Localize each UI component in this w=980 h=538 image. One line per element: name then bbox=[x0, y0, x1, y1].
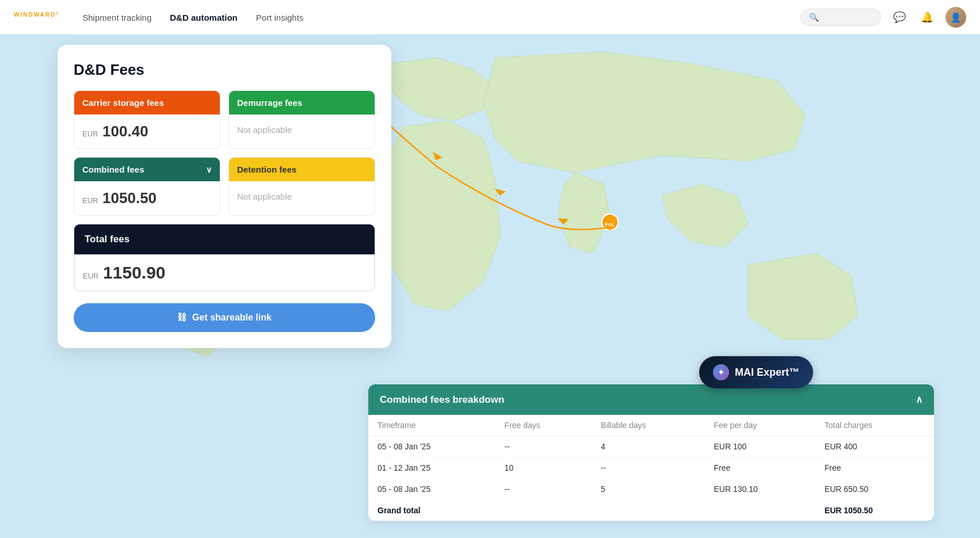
detention-item: Detention fees Not applicable bbox=[228, 157, 375, 216]
table-cell: 5 bbox=[592, 479, 704, 500]
nav-shipment-tracking[interactable]: Shipment tracking bbox=[82, 10, 151, 25]
breakdown-header: Combined fees breakdown ∧ bbox=[368, 384, 934, 415]
avatar[interactable]: 👤 bbox=[945, 7, 966, 28]
detention-value: Not applicable bbox=[229, 181, 375, 212]
search-bar[interactable]: 🔍 bbox=[800, 9, 881, 26]
table-cell: EUR 1050.50 bbox=[815, 500, 934, 521]
fees-grid: Carrier storage fees EUR 100.40 Demurrag… bbox=[74, 90, 375, 216]
table-cell: 05 - 08 Jan '25 bbox=[368, 436, 495, 457]
share-button[interactable]: ⛓ Get shareable link bbox=[74, 303, 375, 332]
svg-text:POL: POL bbox=[605, 222, 615, 227]
table-row: 05 - 08 Jan '25--5EUR 130.10EUR 650.50 bbox=[368, 479, 934, 500]
detention-label: Detention fees bbox=[229, 158, 375, 181]
carrier-storage-label: Carrier storage fees bbox=[74, 91, 220, 115]
navbar: WINDWARD° Shipment tracking D&D automati… bbox=[0, 0, 980, 35]
collapse-icon[interactable]: ∧ bbox=[916, 394, 922, 406]
total-wrapper: Total fees EUR 1150.90 bbox=[74, 224, 375, 292]
carrier-storage-value: EUR 100.40 bbox=[74, 115, 220, 148]
combined-item: Combined fees ∨ EUR 1050.50 bbox=[74, 157, 220, 216]
col-fee-per-day: Fee per day bbox=[704, 415, 815, 436]
table-cell bbox=[704, 500, 815, 521]
nav-right: 🔍 💬 🔔 👤 bbox=[800, 7, 966, 28]
bell-icon[interactable]: 🔔 bbox=[918, 8, 936, 26]
table-cell: EUR 100 bbox=[704, 436, 815, 457]
table-cell bbox=[592, 500, 704, 521]
nav-dd-automation[interactable]: D&D automation bbox=[170, 10, 238, 25]
breakdown-table: Timeframe Free days Billable days Fee pe… bbox=[368, 415, 934, 521]
search-icon: 🔍 bbox=[809, 13, 819, 22]
combined-value: EUR 1050.50 bbox=[74, 181, 220, 215]
table-cell: -- bbox=[495, 436, 592, 457]
table-cell: Free bbox=[704, 457, 815, 479]
table-row: Grand totalEUR 1050.50 bbox=[368, 500, 934, 521]
col-free-days: Free days bbox=[495, 415, 592, 436]
carrier-storage-item: Carrier storage fees EUR 100.40 bbox=[74, 90, 220, 149]
demurrage-label: Demurrage fees bbox=[229, 91, 375, 115]
table-cell: Free bbox=[815, 457, 934, 479]
mai-icon: ✦ bbox=[713, 364, 729, 380]
col-billable-days: Billable days bbox=[592, 415, 704, 436]
demurrage-value: Not applicable bbox=[229, 115, 375, 145]
mai-expert-button[interactable]: ✦ MAI Expert™ bbox=[699, 356, 813, 388]
breakdown-card: Combined fees breakdown ∧ Timeframe Free… bbox=[368, 384, 934, 521]
total-fees-bar: Total fees bbox=[74, 224, 375, 254]
table-row: 01 - 12 Jan '2510--FreeFree bbox=[368, 457, 934, 479]
table-cell bbox=[495, 500, 592, 521]
link-icon: ⛓ bbox=[177, 312, 186, 323]
table-cell: 10 bbox=[495, 457, 592, 479]
col-total-charges: Total charges bbox=[815, 415, 934, 436]
fees-title: D&D Fees bbox=[74, 61, 375, 79]
table-cell: EUR 130.10 bbox=[704, 479, 815, 500]
fees-card: D&D Fees Carrier storage fees EUR 100.40… bbox=[58, 45, 391, 348]
combined-label: Combined fees ∨ bbox=[74, 158, 220, 181]
total-fees-value: EUR 1150.90 bbox=[74, 254, 375, 291]
table-cell: Grand total bbox=[368, 500, 495, 521]
logo: WINDWARD° bbox=[14, 11, 59, 24]
table-cell: 05 - 08 Jan '25 bbox=[368, 479, 495, 500]
nav-links: Shipment tracking D&D automation Port in… bbox=[82, 10, 800, 25]
chat-icon[interactable]: 💬 bbox=[890, 8, 909, 26]
table-row: 05 - 08 Jan '25--4EUR 100EUR 400 bbox=[368, 436, 934, 457]
mai-expert-label: MAI Expert™ bbox=[735, 367, 799, 379]
table-cell: 4 bbox=[592, 436, 704, 457]
chevron-down-icon: ∨ bbox=[206, 165, 212, 174]
col-timeframe: Timeframe bbox=[368, 415, 495, 436]
table-cell: 01 - 12 Jan '25 bbox=[368, 457, 495, 479]
table-cell: -- bbox=[495, 479, 592, 500]
table-cell: EUR 400 bbox=[815, 436, 934, 457]
table-cell: EUR 650.50 bbox=[815, 479, 934, 500]
table-cell: -- bbox=[592, 457, 704, 479]
demurrage-item: Demurrage fees Not applicable bbox=[228, 90, 375, 149]
nav-port-insights[interactable]: Port insights bbox=[256, 10, 304, 25]
